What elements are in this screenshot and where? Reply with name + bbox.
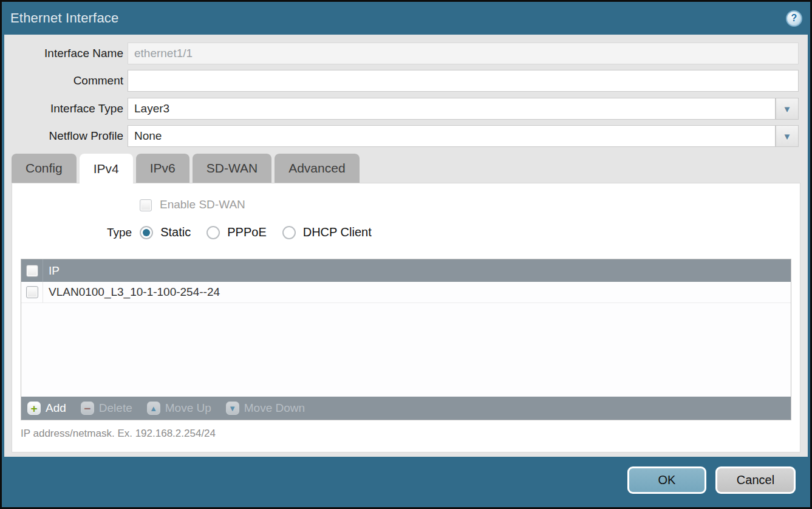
tab-config[interactable]: Config (12, 154, 77, 183)
cancel-button[interactable]: Cancel (715, 466, 796, 494)
ip-column-header: IP (43, 264, 60, 278)
radio-option-pppoe[interactable]: PPPoE (206, 225, 266, 239)
arrow-up-icon: ▲ (147, 401, 160, 415)
tab-ipv6[interactable]: IPv6 (136, 154, 189, 183)
tab-sd-wan[interactable]: SD-WAN (193, 154, 271, 183)
comment-label: Comment (4, 70, 123, 92)
interface-name-row: Interface Name (4, 43, 808, 64)
add-button[interactable]: + Add (27, 401, 66, 415)
radio-static-label: Static (160, 225, 191, 239)
help-icon[interactable]: ? (786, 10, 802, 27)
dialog-titlebar: Ethernet Interface ? (2, 2, 810, 35)
tab-advanced[interactable]: Advanced (275, 154, 359, 183)
netflow-profile-label: Netflow Profile (4, 125, 123, 147)
radio-static[interactable] (140, 226, 153, 239)
netflow-profile-dropdown-button[interactable]: ▼ (776, 125, 799, 147)
type-label: Type (107, 226, 132, 239)
ipv4-tab-panel: Enable SD-WAN Type Static PPPoE DHCP Cli… (12, 183, 800, 453)
interface-type-dropdown-button[interactable]: ▼ (776, 98, 799, 120)
chevron-down-icon: ▼ (783, 104, 792, 114)
move-up-button: ▲ Move Up (147, 401, 211, 415)
table-empty-area (21, 303, 791, 397)
interface-type-row: Interface Type ▼ (4, 98, 808, 120)
add-button-label: Add (46, 401, 66, 415)
netflow-profile-row: Netflow Profile ▼ (4, 125, 808, 147)
delete-button-label: Delete (99, 401, 132, 415)
netflow-profile-input[interactable] (128, 125, 776, 147)
move-down-button: ▼ Move Down (226, 401, 305, 415)
ip-format-hint: IP address/netmask. Ex. 192.168.2.254/24 (21, 428, 216, 440)
arrow-down-icon: ▼ (226, 401, 239, 415)
tab-ipv4[interactable]: IPv4 (80, 154, 133, 185)
table-toolbar: + Add − Delete ▲ Move Up ▼ Move Down (21, 397, 791, 420)
interface-name-label: Interface Name (4, 43, 123, 64)
minus-icon: − (81, 401, 94, 415)
radio-option-static[interactable]: Static (140, 225, 191, 239)
select-all-checkbox[interactable] (26, 265, 38, 277)
delete-button: − Delete (81, 401, 132, 415)
ethernet-interface-dialog: Ethernet Interface ? Interface Name Comm… (0, 0, 812, 509)
move-down-button-label: Move Down (244, 401, 305, 415)
type-radio-group: Type Static PPPoE DHCP Client (107, 225, 387, 239)
enable-sdwan-label: Enable SD-WAN (160, 198, 245, 211)
dialog-title: Ethernet Interface (10, 10, 118, 26)
enable-sdwan-checkbox (140, 199, 152, 211)
comment-input[interactable] (128, 70, 799, 92)
row-checkbox-cell (21, 282, 43, 302)
interface-name-input (128, 43, 799, 64)
radio-option-dhcp-client[interactable]: DHCP Client (282, 225, 372, 239)
radio-pppoe[interactable] (206, 226, 220, 239)
select-all-cell (21, 259, 43, 282)
interface-type-label: Interface Type (4, 98, 123, 120)
plus-icon: + (27, 401, 41, 415)
move-up-button-label: Move Up (165, 401, 211, 415)
interface-type-input[interactable] (128, 98, 776, 120)
dialog-body: Interface Name Comment Interface Type ▼ … (4, 35, 808, 457)
ip-table-header: IP (21, 259, 791, 282)
radio-dhcp-client-label: DHCP Client (303, 225, 372, 239)
table-row[interactable]: VLAN0100_L3_10-1-100-254--24 (21, 282, 791, 303)
tab-bar: Config IPv4 IPv6 SD-WAN Advanced (12, 154, 360, 183)
ip-address-table: IP VLAN0100_L3_10-1-100-254--24 + Add − (21, 259, 791, 420)
chevron-down-icon: ▼ (783, 131, 792, 142)
row-checkbox[interactable] (26, 286, 38, 298)
ok-button[interactable]: OK (627, 466, 706, 494)
ip-cell[interactable]: VLAN0100_L3_10-1-100-254--24 (43, 285, 220, 299)
radio-pppoe-label: PPPoE (227, 225, 266, 239)
comment-row: Comment (4, 70, 808, 92)
radio-dhcp-client[interactable] (282, 226, 296, 239)
